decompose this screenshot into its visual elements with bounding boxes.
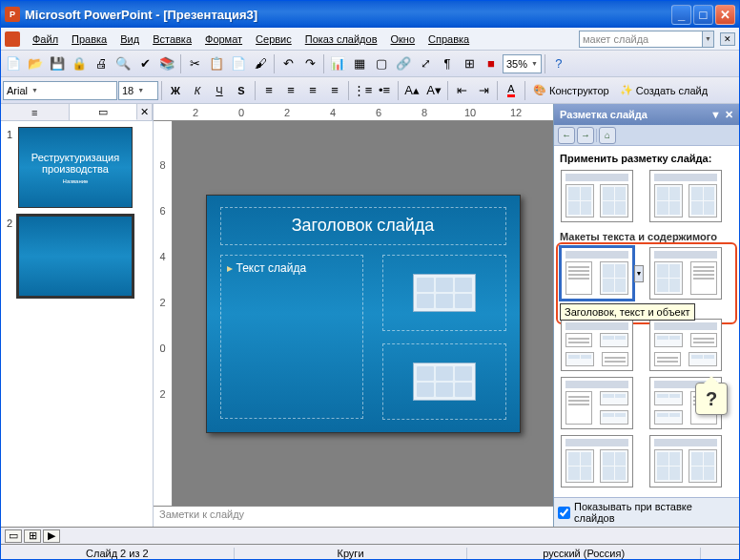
doc-close-button[interactable]: ✕ — [720, 32, 735, 46]
slide-editor: 2024681012 864202 Заголовок слайда Текст… — [154, 104, 553, 527]
content-placeholder-2[interactable] — [382, 343, 506, 420]
redo-button[interactable]: ↷ — [299, 53, 320, 74]
minimize-button[interactable]: _ — [671, 5, 691, 25]
taskpane-dropdown[interactable]: ▼ — [710, 109, 721, 121]
underline-button[interactable]: Ч — [209, 80, 230, 101]
outline-tab[interactable]: ≡ — [1, 104, 70, 120]
layout-item-selected[interactable]: ▼ — [561, 247, 633, 300]
slide-canvas[interactable]: Заголовок слайда Текст слайда — [173, 121, 553, 506]
layout-item[interactable] — [561, 319, 633, 371]
open-button[interactable]: 📂 — [25, 53, 46, 74]
slide-thumbnail-2[interactable] — [18, 216, 133, 297]
color-button[interactable]: ■ — [481, 53, 502, 74]
tables-borders-button[interactable]: ▢ — [371, 53, 392, 74]
help-search-input[interactable] — [579, 31, 703, 48]
slide-thumbnail-1[interactable]: Реструктуризация производства Название — [18, 127, 133, 208]
numbering-button[interactable]: ⋮≡ — [352, 80, 373, 101]
standard-toolbar: 📄 📂 💾 🔒 🖨 🔍 ✔ 📚 ✂ 📋 📄 🖌 ↶ ↷ 📊 ▦ ▢ 🔗 ⤢ ¶ … — [1, 51, 739, 77]
bullets-button[interactable]: •≡ — [374, 80, 395, 101]
show-formatting-button[interactable]: ¶ — [437, 53, 458, 74]
notes-pane[interactable]: Заметки к слайду — [154, 506, 553, 527]
menu-format[interactable]: Формат — [198, 31, 249, 48]
help-button[interactable]: ? — [548, 53, 569, 74]
nav-back-button[interactable]: ← — [558, 127, 575, 144]
title-placeholder[interactable]: Заголовок слайда — [220, 207, 506, 245]
undo-button[interactable]: ↶ — [278, 53, 298, 74]
italic-button[interactable]: К — [187, 80, 208, 101]
menu-help[interactable]: Справка — [421, 31, 476, 48]
taskpane-close[interactable]: ✕ — [725, 109, 733, 121]
thumbnail-row[interactable]: 2 — [7, 216, 147, 297]
thumbnail-row[interactable]: 1 Реструктуризация производства Название — [7, 127, 147, 208]
content-placeholder-1[interactable] — [382, 255, 506, 331]
preview-button[interactable]: 🔍 — [113, 53, 134, 74]
status-bar: Слайд 2 из 2 Круги русский (Россия) — [1, 544, 739, 560]
align-left-button[interactable]: ≡ — [258, 80, 279, 101]
normal-view-button[interactable]: ▭ — [5, 529, 22, 543]
increase-font-button[interactable]: A▴ — [401, 80, 422, 101]
document-icon[interactable] — [5, 31, 20, 47]
current-slide[interactable]: Заголовок слайда Текст слайда — [206, 195, 521, 433]
maximize-button[interactable]: □ — [693, 5, 713, 25]
print-button[interactable]: 🖨 — [91, 53, 112, 74]
bold-button[interactable]: Ж — [165, 80, 186, 101]
show-on-insert-checkbox[interactable] — [558, 507, 570, 519]
menu-slideshow[interactable]: Показ слайдов — [298, 31, 384, 48]
layout-dropdown-icon[interactable]: ▼ — [634, 265, 644, 282]
font-color-button[interactable]: A — [501, 80, 522, 101]
taskpane-footer: Показывать при вставке слайдов — [554, 497, 739, 527]
new-button[interactable]: 📄 — [3, 53, 24, 74]
zoom-combo[interactable]: 35%▼ — [503, 54, 542, 73]
layout-item[interactable] — [649, 247, 722, 300]
new-slide-button[interactable]: ✨Создать слайд — [615, 80, 712, 101]
font-size-combo[interactable]: 18▼ — [118, 81, 158, 100]
table-button[interactable]: ▦ — [349, 53, 370, 74]
layout-item[interactable] — [649, 435, 722, 487]
copy-button[interactable]: 📋 — [206, 53, 227, 74]
expand-button[interactable]: ⤢ — [415, 53, 436, 74]
menu-window[interactable]: Окно — [384, 31, 422, 48]
layout-item[interactable] — [561, 435, 633, 487]
cut-button[interactable]: ✂ — [184, 53, 205, 74]
text-placeholder[interactable]: Текст слайда — [220, 255, 363, 419]
help-search-dropdown[interactable]: ▼ — [703, 31, 714, 48]
spell-button[interactable]: ✔ — [134, 53, 155, 74]
nav-forward-button[interactable]: → — [577, 127, 594, 144]
status-lang: русский (Россия) — [467, 548, 701, 559]
designer-button[interactable]: 🎨Конструктор — [528, 80, 614, 101]
section-label: Макеты текста и содержимого — [558, 225, 735, 244]
save-button[interactable]: 💾 — [47, 53, 68, 74]
slideshow-view-button[interactable]: ▶ — [43, 529, 60, 543]
menu-view[interactable]: Вид — [113, 31, 146, 48]
grid-button[interactable]: ⊞ — [459, 53, 480, 74]
menu-insert[interactable]: Вставка — [146, 31, 198, 48]
align-center-button[interactable]: ≡ — [280, 80, 301, 101]
menu-edit[interactable]: Правка — [65, 31, 113, 48]
paste-button[interactable]: 📄 — [228, 53, 249, 74]
font-combo[interactable]: Arial▼ — [3, 81, 117, 100]
close-panel-button[interactable]: ✕ — [137, 104, 153, 120]
permission-button[interactable]: 🔒 — [69, 53, 90, 74]
hyperlink-button[interactable]: 🔗 — [393, 53, 414, 74]
layout-item[interactable] — [561, 377, 633, 429]
layout-item[interactable] — [561, 170, 633, 222]
align-justify-button[interactable]: ≡ — [324, 80, 345, 101]
shadow-button[interactable]: S — [231, 80, 252, 101]
format-painter-button[interactable]: 🖌 — [250, 53, 271, 74]
menu-file[interactable]: Файл — [26, 31, 65, 48]
decrease-indent-button[interactable]: ⇤ — [451, 80, 472, 101]
chart-button[interactable]: 📊 — [327, 53, 348, 74]
increase-indent-button[interactable]: ⇥ — [473, 80, 494, 101]
align-right-button[interactable]: ≡ — [302, 80, 323, 101]
task-pane: Разметка слайда ▼ ✕ ← → ⌂ Применить разм… — [553, 104, 739, 527]
decrease-font-button[interactable]: A▾ — [423, 80, 444, 101]
nav-home-button[interactable]: ⌂ — [599, 127, 616, 144]
layout-item[interactable] — [649, 170, 722, 222]
research-button[interactable]: 📚 — [156, 53, 177, 74]
slides-tab[interactable]: ▭ — [70, 104, 138, 120]
window-title: Microsoft PowerPoint - [Презентация3] — [25, 8, 671, 22]
menu-tools[interactable]: Сервис — [249, 31, 298, 48]
layout-item[interactable] — [649, 319, 722, 371]
close-button[interactable]: ✕ — [715, 5, 735, 25]
sorter-view-button[interactable]: ⊞ — [24, 529, 41, 543]
